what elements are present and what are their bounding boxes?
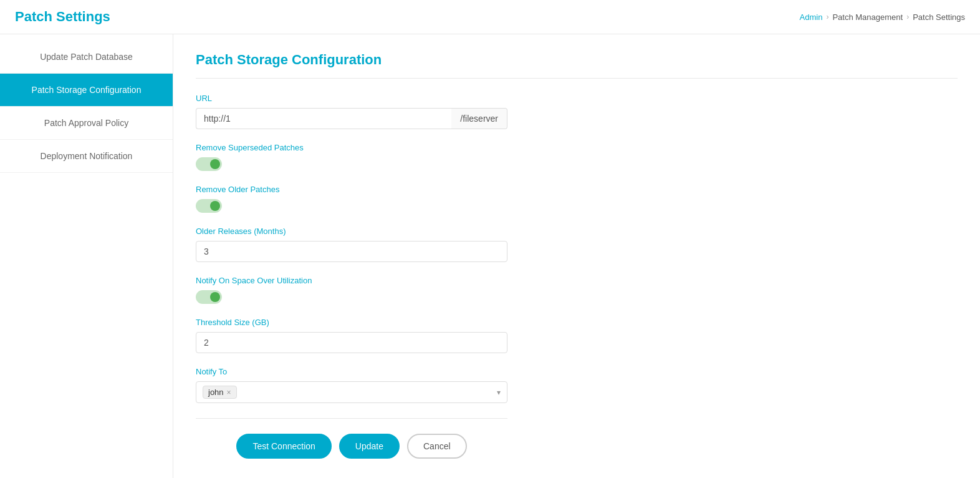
notify-space-slider xyxy=(196,290,222,304)
cancel-button[interactable]: Cancel xyxy=(407,434,467,459)
threshold-size-group: Threshold Size (GB) xyxy=(196,318,507,353)
form-divider xyxy=(196,418,507,419)
sidebar-item-update-patch-database[interactable]: Update Patch Database xyxy=(0,41,173,74)
sidebar-item-patch-storage-configuration[interactable]: Patch Storage Configuration xyxy=(0,74,173,107)
notify-to-tag-input[interactable]: john × ▾ xyxy=(196,381,507,403)
remove-superseded-slider xyxy=(196,157,222,171)
notify-space-label: Notify On Space Over Utilization xyxy=(196,276,507,285)
breadcrumb: Admin › Patch Management › Patch Setting… xyxy=(800,12,965,22)
button-row: Test Connection Update Cancel xyxy=(196,434,507,459)
remove-older-toggle-container xyxy=(196,199,507,213)
remove-older-toggle[interactable] xyxy=(196,199,222,213)
tag-john: john × xyxy=(203,386,237,399)
url-input[interactable] xyxy=(196,108,451,129)
breadcrumb-patch-settings: Patch Settings xyxy=(913,12,965,22)
older-releases-label: Older Releases (Months) xyxy=(196,227,507,236)
page-title: Patch Storage Configuration xyxy=(196,52,958,79)
tag-john-label: john xyxy=(208,388,224,397)
notify-space-group: Notify On Space Over Utilization xyxy=(196,276,507,304)
sidebar-item-patch-approval-policy[interactable]: Patch Approval Policy xyxy=(0,107,173,140)
older-releases-group: Older Releases (Months) xyxy=(196,227,507,262)
older-releases-input[interactable] xyxy=(196,241,507,262)
remove-superseded-group: Remove Superseded Patches xyxy=(196,143,507,171)
update-button[interactable]: Update xyxy=(339,434,400,459)
tag-john-remove[interactable]: × xyxy=(227,389,231,396)
breadcrumb-sep-2: › xyxy=(906,12,909,21)
app-title: Patch Settings xyxy=(15,9,110,25)
sidebar-item-deployment-notification[interactable]: Deployment Notification xyxy=(0,140,173,173)
test-connection-button[interactable]: Test Connection xyxy=(236,434,331,459)
tag-list: john × xyxy=(203,386,237,399)
breadcrumb-sep-1: › xyxy=(826,12,829,21)
breadcrumb-patch-management: Patch Management xyxy=(832,12,903,22)
remove-superseded-label: Remove Superseded Patches xyxy=(196,143,507,152)
notify-to-dropdown-icon: ▾ xyxy=(497,388,501,397)
content-area: Patch Storage Configuration URL /fileser… xyxy=(173,34,980,478)
url-suffix: /fileserver xyxy=(451,108,507,129)
remove-older-label: Remove Older Patches xyxy=(196,185,507,194)
remove-older-group: Remove Older Patches xyxy=(196,185,507,213)
notify-space-toggle-container xyxy=(196,290,507,304)
notify-to-label: Notify To xyxy=(196,367,507,376)
threshold-size-input[interactable] xyxy=(196,332,507,353)
notify-to-group: Notify To john × ▾ xyxy=(196,367,507,403)
main-layout: Update Patch Database Patch Storage Conf… xyxy=(0,34,980,478)
remove-superseded-toggle[interactable] xyxy=(196,157,222,171)
remove-superseded-toggle-container xyxy=(196,157,507,171)
breadcrumb-admin[interactable]: Admin xyxy=(800,12,823,22)
sidebar: Update Patch Database Patch Storage Conf… xyxy=(0,34,173,478)
threshold-size-label: Threshold Size (GB) xyxy=(196,318,507,327)
url-label: URL xyxy=(196,94,507,103)
notify-space-toggle[interactable] xyxy=(196,290,222,304)
url-row: /fileserver xyxy=(196,108,507,129)
remove-older-slider xyxy=(196,199,222,213)
url-group: URL /fileserver xyxy=(196,94,507,129)
top-header: Patch Settings Admin › Patch Management … xyxy=(0,0,980,34)
